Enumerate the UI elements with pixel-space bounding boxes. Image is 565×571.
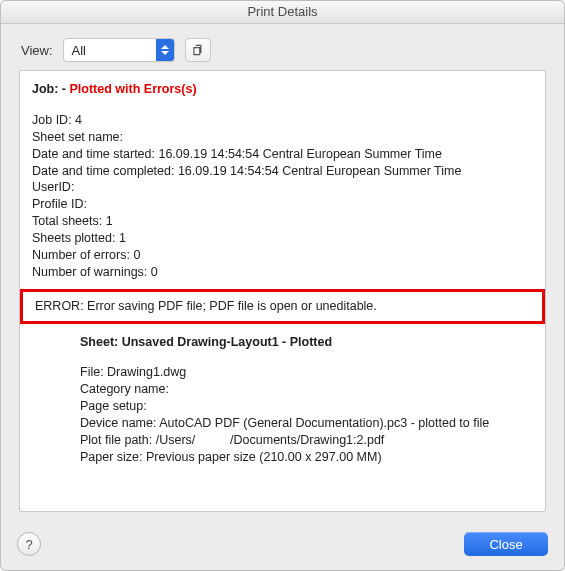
copy-icon <box>191 43 205 57</box>
job-details: Job ID: 4 Sheet set name: Date and time … <box>32 112 533 281</box>
help-button[interactable]: ? <box>17 532 41 556</box>
log-panel: Job: - Plotted with Errors(s) Job ID: 4 … <box>19 70 546 512</box>
error-highlight: ERROR: Error saving PDF file; PDF file i… <box>20 289 545 324</box>
sheet-details: Sheet: Unsaved Drawing-Layout1 - Plotted… <box>80 334 533 466</box>
window-titlebar: Print Details <box>1 1 564 24</box>
view-select[interactable]: All <box>63 38 175 62</box>
sheet-title: Sheet: Unsaved Drawing-Layout1 - Plotted <box>80 334 533 351</box>
help-icon: ? <box>25 537 32 552</box>
print-details-window: Print Details View: All Job: - Plotted w… <box>0 0 565 571</box>
view-label: View: <box>21 43 53 58</box>
view-select-value: All <box>64 43 156 58</box>
job-prefix: Job: <box>32 82 58 96</box>
dialog-footer: ? Close <box>1 522 564 570</box>
job-status: Plotted with Errors(s) <box>70 82 197 96</box>
toolbar: View: All <box>1 24 564 70</box>
job-header: Job: - Plotted with Errors(s) <box>32 81 533 98</box>
updown-arrows-icon <box>156 39 174 61</box>
error-message: ERROR: Error saving PDF file; PDF file i… <box>35 299 377 313</box>
close-button[interactable]: Close <box>464 532 548 556</box>
window-title: Print Details <box>247 4 317 19</box>
copy-button[interactable] <box>185 38 211 62</box>
